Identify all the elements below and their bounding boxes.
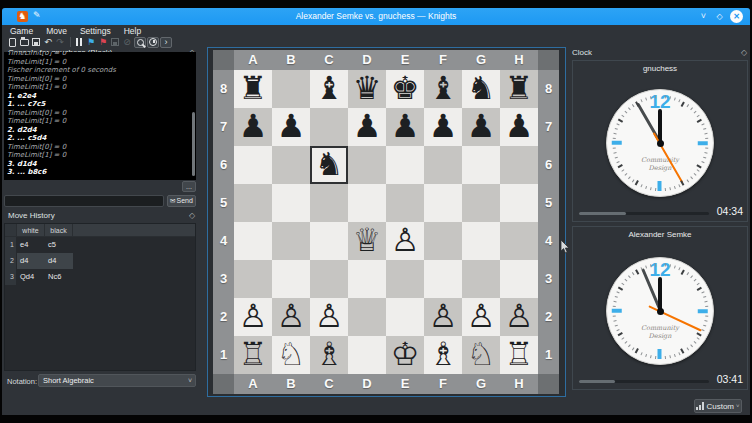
redo-button[interactable]: ↷ (55, 37, 65, 48)
resign-button[interactable]: ⚑ (98, 37, 108, 48)
menu-game[interactable]: Game (10, 26, 33, 36)
square-b6[interactable] (272, 146, 310, 184)
square-g7[interactable]: ♟ (462, 108, 500, 146)
black-column-header[interactable]: black (45, 224, 73, 236)
adjourn-button[interactable]: ⊘ (122, 37, 132, 48)
square-a5[interactable] (234, 184, 272, 222)
square-h7[interactable]: ♟ (500, 108, 538, 146)
square-a7[interactable]: ♟ (234, 108, 272, 146)
square-c5[interactable] (310, 184, 348, 222)
square-e1[interactable]: ♔ (386, 336, 424, 374)
black-move-cell[interactable]: c5 (45, 237, 73, 253)
square-b1[interactable]: ♘ (272, 336, 310, 374)
float-dock-icon[interactable]: ◇ (741, 48, 747, 57)
square-h1[interactable]: ♖ (500, 336, 538, 374)
square-f1[interactable]: ♗ (424, 336, 462, 374)
square-d3[interactable] (348, 260, 386, 298)
square-c7[interactable] (310, 108, 348, 146)
square-h8[interactable]: ♜ (500, 70, 538, 108)
square-g6[interactable] (462, 146, 500, 184)
square-h6[interactable] (500, 146, 538, 184)
console-log[interactable]: TimeLimit[0] = 0TimeLimit[1] = 0Fischer … (4, 52, 196, 180)
square-g1[interactable]: ♘ (462, 336, 500, 374)
square-c3[interactable] (310, 260, 348, 298)
square-g3[interactable] (462, 260, 500, 298)
titlebar[interactable]: ♞ ✎ Alexander Semke vs. gnuchess — Knigh… (2, 8, 750, 25)
move-history-table[interactable]: white black 1e4c52d4d43Qd4Nc6 (4, 223, 196, 371)
square-f3[interactable] (424, 260, 462, 298)
square-g5[interactable] (462, 184, 500, 222)
square-a4[interactable] (234, 222, 272, 260)
console-more-button[interactable]: ... (182, 181, 196, 192)
square-h4[interactable] (500, 222, 538, 260)
square-a8[interactable]: ♜ (234, 70, 272, 108)
white-move-cell[interactable]: Qd4 (17, 269, 45, 285)
square-b2[interactable]: ♙ (272, 298, 310, 336)
square-c6[interactable]: ♞ (310, 146, 348, 184)
maximize-button[interactable]: ◇ (713, 10, 726, 23)
square-d7[interactable]: ♟ (348, 108, 386, 146)
pause-button[interactable] (74, 37, 84, 48)
minimize-button[interactable]: ˅ (697, 10, 710, 23)
square-e2[interactable] (386, 298, 424, 336)
square-d8[interactable]: ♛ (348, 70, 386, 108)
send-button[interactable]: ✉Send (167, 195, 196, 207)
propose-draw-button[interactable]: ⚑ (86, 37, 96, 48)
square-f8[interactable]: ♝ (424, 70, 462, 108)
close-button[interactable]: ✕ (730, 10, 743, 23)
square-f4[interactable] (424, 222, 462, 260)
menu-move[interactable]: Move (46, 26, 67, 36)
new-game-button[interactable] (7, 37, 17, 48)
undo-button[interactable]: ↶ (43, 37, 53, 48)
toolbar-overflow-button[interactable]: › (160, 37, 172, 48)
menu-help[interactable]: Help (124, 26, 141, 36)
square-d6[interactable] (348, 146, 386, 184)
console-input[interactable] (4, 195, 164, 207)
square-e4[interactable]: ♙ (386, 222, 424, 260)
square-c1[interactable]: ♗ (310, 336, 348, 374)
square-e6[interactable] (386, 146, 424, 184)
square-h2[interactable]: ♙ (500, 298, 538, 336)
square-g8[interactable]: ♞ (462, 70, 500, 108)
console-scrollbar[interactable] (192, 112, 195, 176)
square-d1[interactable] (348, 336, 386, 374)
black-move-cell[interactable]: d4 (45, 253, 73, 269)
white-move-cell[interactable]: e4 (17, 237, 45, 253)
square-b7[interactable]: ♟ (272, 108, 310, 146)
square-c2[interactable]: ♙ (310, 298, 348, 336)
save-as-button[interactable] (110, 37, 120, 48)
square-f6[interactable] (424, 146, 462, 184)
square-d5[interactable] (348, 184, 386, 222)
white-column-header[interactable]: white (17, 224, 45, 236)
square-g4[interactable] (462, 222, 500, 260)
time-progress-slider[interactable] (579, 212, 709, 215)
menu-settings[interactable]: Settings (80, 26, 111, 36)
save-button[interactable] (31, 37, 41, 48)
square-h5[interactable] (500, 184, 538, 222)
square-b5[interactable] (272, 184, 310, 222)
square-d4[interactable]: ♕ (348, 222, 386, 260)
square-b4[interactable] (272, 222, 310, 260)
float-dock-icon[interactable]: ◇ (189, 211, 195, 220)
square-f7[interactable]: ♟ (424, 108, 462, 146)
difficulty-custom-button[interactable]: Custom ˅ (694, 399, 742, 413)
black-move-cell[interactable]: Nc6 (45, 269, 73, 285)
square-b8[interactable] (272, 70, 310, 108)
show-console-button[interactable] (134, 37, 146, 48)
square-a1[interactable]: ♖ (234, 336, 272, 374)
open-button[interactable] (19, 37, 29, 48)
square-c8[interactable]: ♝ (310, 70, 348, 108)
square-a3[interactable] (234, 260, 272, 298)
square-a2[interactable]: ♙ (234, 298, 272, 336)
square-c4[interactable] (310, 222, 348, 260)
notation-combobox[interactable]: Short Algebraic ˅ (38, 374, 196, 387)
square-b3[interactable] (272, 260, 310, 298)
square-g2[interactable]: ♙ (462, 298, 500, 336)
square-e7[interactable]: ♟ (386, 108, 424, 146)
square-e3[interactable] (386, 260, 424, 298)
square-f5[interactable] (424, 184, 462, 222)
square-d2[interactable] (348, 298, 386, 336)
square-e5[interactable] (386, 184, 424, 222)
square-f2[interactable]: ♙ (424, 298, 462, 336)
square-h3[interactable] (500, 260, 538, 298)
